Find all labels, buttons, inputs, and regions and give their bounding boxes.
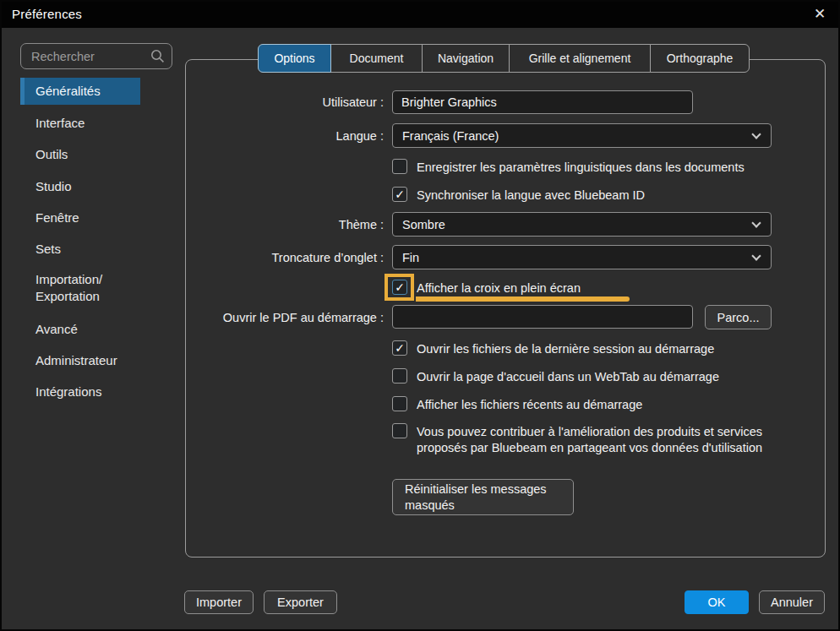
open-pdf-input[interactable] xyxy=(392,305,693,329)
checkbox-row-open-last-session[interactable]: ✓ Ouvrir les fichiers de la dernière ses… xyxy=(392,340,714,357)
tab-navigation[interactable]: Navigation xyxy=(422,44,510,73)
search-input[interactable] xyxy=(20,43,172,69)
tab-truncation-select[interactable]: Fin xyxy=(392,245,772,269)
sidebar-item-avance[interactable]: Avancé xyxy=(20,320,140,339)
save-language-label: Enregistrer les paramètres linguistiques… xyxy=(417,159,745,176)
tab-truncation-label: Troncature d’onglet : xyxy=(128,250,384,265)
import-button[interactable]: Importer xyxy=(184,590,254,614)
checkbox-row-share-usage[interactable]: Vous pouvez contribuer à l'amélioration … xyxy=(392,423,765,456)
chevron-down-icon xyxy=(751,218,761,227)
fullscreen-cross-checkbox[interactable]: ✓ xyxy=(392,280,407,295)
save-language-checkbox[interactable] xyxy=(392,159,407,174)
sidebar-item-integrations[interactable]: Intégrations xyxy=(20,383,140,401)
export-button[interactable]: Exporter xyxy=(264,590,337,614)
preferences-dialog: Préférences ✕ Généralités Interface Outi… xyxy=(0,0,840,631)
ok-button[interactable]: OK xyxy=(685,590,749,614)
tab-options[interactable]: Options xyxy=(258,44,331,73)
show-recent-label: Afficher les fichiers récents au démarra… xyxy=(417,396,642,413)
check-icon: ✓ xyxy=(395,281,405,293)
sidebar-item-fenetre[interactable]: Fenêtre xyxy=(20,209,140,227)
sidebar-item-interface[interactable]: Interface xyxy=(20,114,140,133)
checkbox-row-save-language[interactable]: Enregistrer les paramètres linguistiques… xyxy=(392,159,745,176)
close-icon[interactable]: ✕ xyxy=(806,0,833,28)
theme-select-value: Sombre xyxy=(402,218,445,231)
language-select-value: Français (France) xyxy=(402,129,499,143)
sidebar-item-outils[interactable]: Outils xyxy=(20,145,140,164)
open-last-session-checkbox[interactable]: ✓ xyxy=(392,340,407,356)
fullscreen-cross-label: Afficher la croix en plein écran xyxy=(417,280,581,296)
open-last-session-label: Ouvrir les fichiers de la dernière sessi… xyxy=(417,340,714,357)
user-input[interactable] xyxy=(392,90,693,114)
language-label: Langue : xyxy=(128,128,384,144)
chevron-down-icon xyxy=(751,251,761,260)
user-label: Utilisateur : xyxy=(128,95,384,110)
theme-select[interactable]: Sombre xyxy=(392,212,772,237)
sidebar-item-generalites[interactable]: Généralités xyxy=(20,78,140,105)
tab-strip: Options Document Navigation Grille et al… xyxy=(258,44,750,73)
share-usage-checkbox[interactable] xyxy=(392,423,407,438)
titlebar[interactable]: Préférences ✕ xyxy=(0,0,840,28)
checkbox-row-fullscreen-cross[interactable]: ✓ Afficher la croix en plein écran xyxy=(392,280,581,296)
check-icon: ✓ xyxy=(395,342,405,354)
checkbox-row-open-homepage[interactable]: Ouvrir la page d'accueil dans un WebTab … xyxy=(392,368,719,385)
sidebar-item-importation-exportation[interactable]: Importation/ Exportation xyxy=(20,271,140,305)
cancel-button[interactable]: Annuler xyxy=(759,590,825,614)
browse-button[interactable]: Parco... xyxy=(705,305,772,329)
tab-orthographe[interactable]: Orthographe xyxy=(650,44,750,73)
tab-truncation-select-value: Fin xyxy=(402,251,419,264)
open-homepage-checkbox[interactable] xyxy=(392,368,407,383)
share-usage-label: Vous pouvez contribuer à l'amélioration … xyxy=(417,423,765,456)
window-title: Préférences xyxy=(0,7,82,21)
checkbox-row-sync-language[interactable]: ✓ Synchroniser la langue avec Bluebeam I… xyxy=(392,187,645,204)
sync-language-label: Synchroniser la langue avec Bluebeam ID xyxy=(417,187,645,204)
reset-hidden-messages-button[interactable]: Réinitialiser les messages masqués xyxy=(392,479,574,515)
theme-label: Thème : xyxy=(128,217,384,232)
search-box xyxy=(20,43,172,69)
check-icon: ✓ xyxy=(395,188,405,200)
sidebar-item-studio[interactable]: Studio xyxy=(20,177,140,196)
open-homepage-label: Ouvrir la page d'accueil dans un WebTab … xyxy=(417,368,719,385)
checkbox-row-show-recent[interactable]: Afficher les fichiers récents au démarra… xyxy=(392,396,642,413)
show-recent-checkbox[interactable] xyxy=(392,396,407,411)
tab-document[interactable]: Document xyxy=(330,44,423,73)
sidebar-item-administrateur[interactable]: Administrateur xyxy=(20,351,140,370)
open-pdf-label: Ouvrir le PDF au démarrage : xyxy=(128,310,384,325)
tab-grille-et-alignement[interactable]: Grille et alignement xyxy=(509,44,651,73)
chevron-down-icon xyxy=(751,129,761,139)
search-icon xyxy=(150,49,165,63)
language-select[interactable]: Français (France) xyxy=(392,123,772,148)
sidebar-item-sets[interactable]: Sets xyxy=(20,240,140,258)
sync-language-checkbox[interactable]: ✓ xyxy=(392,187,407,202)
